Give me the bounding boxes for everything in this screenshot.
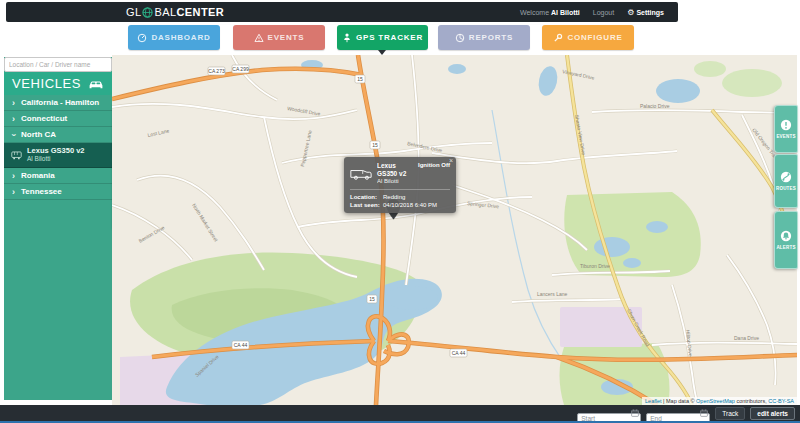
tooltip-driver-name: Al Bilotti: [377, 178, 413, 185]
tooltip-divider: [350, 189, 450, 190]
highway-shield: 15: [367, 295, 377, 303]
vehicles-sidebar: VEHICLES › California - Hamilton › Conne…: [4, 57, 112, 400]
license-link[interactable]: CC-BY-SA: [768, 398, 794, 404]
chevron-down-icon: ›: [10, 133, 18, 136]
tab-events[interactable]: EVENTS: [233, 25, 325, 50]
vehicles-panel-header: VEHICLES: [4, 72, 112, 95]
highway-shield: CA 273: [208, 67, 225, 75]
welcome-text: Welcome Al Bilotti: [520, 9, 580, 16]
gear-icon: ⚙: [627, 8, 634, 17]
svg-text:CA 44: CA 44: [234, 342, 248, 348]
svg-text:15: 15: [372, 142, 378, 148]
gps-tracker-app: GL BALCENTER Welcome Al Bilotti Logout ⚙…: [0, 0, 800, 423]
tooltip-last-seen-row: Last seen: 04/10/2018 6:40 PM: [350, 201, 450, 209]
sidebar-item-romania[interactable]: › Romania: [4, 168, 112, 184]
basemap: Lost Lane North Market Street Woodcliff …: [112, 55, 797, 405]
map-tool-alerts[interactable]: ALERTS: [774, 211, 798, 269]
bell-icon: [780, 230, 792, 242]
tab-gps-tracker[interactable]: GPS TRACKER: [337, 25, 428, 50]
chevron-right-icon: ›: [12, 188, 15, 196]
alert-circle-icon: [780, 119, 792, 131]
map-tool-events[interactable]: EVENTS: [774, 105, 798, 153]
tab-reports[interactable]: REPORTS: [438, 25, 530, 50]
tab-dashboard[interactable]: DASHBOARD: [128, 25, 220, 50]
road-label: Lancers Lane: [537, 291, 568, 297]
tooltip-last-seen-value: 04/10/2018 6:40 PM: [383, 201, 437, 209]
calendar-icon: [700, 409, 708, 417]
globe-icon: [142, 7, 153, 18]
tooltip-vehicle-name: Lexus GS350 v2: [377, 162, 413, 178]
car-icon: [88, 78, 104, 90]
routes-icon: [780, 171, 792, 183]
bus-icon: [11, 151, 22, 160]
tooltip-header: Lexus GS350 v2 Al Bilotti Ignition Off: [350, 162, 450, 185]
wrench-icon: [553, 33, 563, 43]
svg-text:15: 15: [369, 296, 375, 302]
svg-text:CA 44: CA 44: [452, 350, 466, 356]
road-label: Dana Drive: [734, 335, 759, 341]
vehicle-tooltip: × Lexus GS350 v2 Al Bilotti Ignition Off…: [344, 157, 456, 213]
van-icon: [350, 167, 372, 180]
app-header: GL BALCENTER Welcome Al Bilotti Logout ⚙…: [6, 2, 678, 22]
map-canvas[interactable]: Lost Lane North Market Street Woodcliff …: [112, 55, 797, 405]
person-pin-icon: [342, 32, 352, 43]
warning-icon: [254, 33, 264, 43]
track-button[interactable]: Track: [715, 407, 745, 420]
vehicles-panel-title: VEHICLES: [12, 76, 81, 91]
chevron-right-icon: ›: [12, 115, 15, 123]
svg-text:CA 299: CA 299: [232, 66, 249, 72]
map-attribution: Leaflet | Map data © OpenStreetMap contr…: [642, 397, 797, 405]
end-date-wrap: [646, 407, 710, 419]
svg-text:CA 273: CA 273: [208, 68, 225, 74]
highway-shield: 15: [370, 141, 380, 149]
road-label: Palacio Drive: [640, 103, 670, 109]
highway-shield: CA 299: [232, 65, 249, 73]
footer-bar: Track edit alerts: [0, 405, 800, 421]
leaflet-link[interactable]: Leaflet: [645, 398, 662, 404]
gauge-icon: [137, 33, 147, 43]
tooltip-location-row: Location: Redding: [350, 193, 450, 201]
tooltip-location-value: Redding: [383, 193, 405, 201]
app-logo: GL BALCENTER: [126, 2, 224, 22]
logout-link[interactable]: Logout: [593, 9, 614, 16]
calendar-icon: [631, 409, 639, 417]
svg-text:15: 15: [357, 76, 363, 82]
close-icon[interactable]: ×: [449, 157, 453, 164]
search-input[interactable]: [4, 57, 112, 72]
start-date-wrap: [577, 407, 641, 419]
selected-vehicle-name: Lexus GS350 v2: [27, 147, 85, 156]
logo-text-center: CENTER: [176, 6, 224, 18]
vehicle-row-selected[interactable]: Lexus GS350 v2 Al Bilotti: [4, 143, 112, 168]
logo-text-bal: BAL: [154, 6, 176, 18]
road-label: Tiburon Drive: [580, 263, 610, 269]
tab-configure[interactable]: CONFIGURE: [542, 25, 634, 50]
sidebar-item-north-ca[interactable]: › North CA: [4, 127, 112, 143]
logo-text-gl: GL: [126, 6, 141, 18]
user-menu: Welcome Al Bilotti Logout ⚙Settings: [520, 2, 664, 22]
highway-shield: 15: [355, 75, 365, 83]
selected-vehicle-driver: Al Bilotti: [27, 155, 85, 163]
sidebar-item-california-hamilton[interactable]: › California - Hamilton: [4, 95, 112, 111]
user-name: Al Bilotti: [551, 9, 580, 16]
chevron-right-icon: ›: [12, 172, 15, 180]
highway-shield: CA 44: [450, 349, 467, 357]
pie-chart-icon: [455, 33, 465, 43]
sidebar-item-tennessee[interactable]: › Tennessee: [4, 184, 112, 200]
edit-alerts-button[interactable]: edit alerts: [750, 407, 795, 420]
sidebar-item-connecticut[interactable]: › Connecticut: [4, 111, 112, 127]
highway-shield: CA 44: [232, 341, 249, 349]
map-tool-routes[interactable]: ROUTES: [774, 154, 798, 208]
chevron-right-icon: ›: [12, 99, 15, 107]
settings-link[interactable]: ⚙Settings: [627, 8, 664, 17]
ignition-status: Ignition Off: [418, 162, 450, 168]
osm-link[interactable]: OpenStreetMap: [696, 398, 735, 404]
